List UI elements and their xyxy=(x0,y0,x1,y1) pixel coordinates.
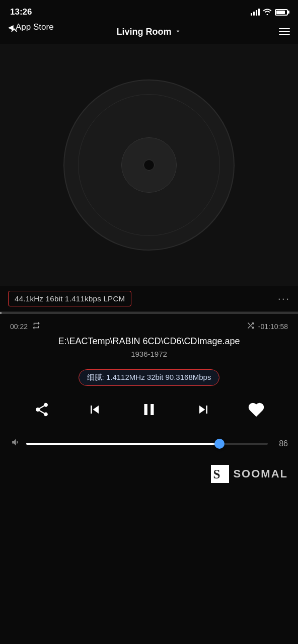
audio-info-badge: 44.1kHz 16bit 1.411kbps LPCM xyxy=(8,291,131,306)
vinyl-hole xyxy=(143,159,155,171)
footer-brand: S SOOMAL xyxy=(0,465,298,483)
remaining-time: -01:10:58 xyxy=(258,323,288,331)
volume-fill xyxy=(26,443,219,445)
playback-controls xyxy=(0,396,298,423)
shuffle-icon[interactable] xyxy=(246,321,255,332)
hires-badge: 细腻: 1.4112MHz 32bit 90.3168Mbps xyxy=(79,369,220,386)
volume-icon xyxy=(10,437,20,450)
vinyl-disc xyxy=(63,79,235,251)
pause-button[interactable] xyxy=(135,396,163,423)
signal-icon xyxy=(251,9,260,16)
favorite-button[interactable] xyxy=(244,397,268,422)
status-icons xyxy=(251,8,288,17)
vinyl-center xyxy=(121,137,177,193)
track-title: E:\EACTemp\RABIN 6CD\CD6\CDImage.ape xyxy=(10,336,288,347)
volume-row: 86 xyxy=(0,437,298,450)
svg-text:S: S xyxy=(213,467,220,481)
more-options-button[interactable]: ··· xyxy=(278,292,290,305)
hires-badge-container: 细腻: 1.4112MHz 32bit 90.3168Mbps xyxy=(0,369,298,386)
brand-name: SOOMAL xyxy=(233,467,288,480)
track-subtitle: 1936-1972 xyxy=(10,350,288,358)
menu-button[interactable] xyxy=(279,28,290,35)
progress-bar[interactable] xyxy=(0,312,298,314)
status-time: 13:26 xyxy=(10,7,32,17)
current-time: 00:22 xyxy=(10,323,28,331)
back-button[interactable]: ◀ App Store xyxy=(8,22,54,32)
battery-icon xyxy=(275,9,288,16)
audio-info-bar: 44.1kHz 16bit 1.411kbps LPCM ··· xyxy=(0,286,298,312)
back-chevron-icon: ◀ xyxy=(8,23,14,31)
track-times: 00:22 -01:10:58 xyxy=(10,321,288,332)
nav-title[interactable]: Living Room xyxy=(117,27,182,37)
next-button[interactable] xyxy=(191,397,215,422)
track-time-left: 00:22 xyxy=(10,321,41,332)
volume-value: 86 xyxy=(274,439,288,448)
title-chevron-icon xyxy=(175,28,182,36)
volume-slider[interactable] xyxy=(26,443,268,445)
track-info: 00:22 -01:10:58 E:\EACTemp\RABIN 6CD\CD6… xyxy=(0,314,298,369)
share-button[interactable] xyxy=(30,397,54,422)
repeat-icon[interactable] xyxy=(32,321,41,332)
previous-button[interactable] xyxy=(83,397,107,422)
progress-fill xyxy=(0,312,2,314)
track-time-right: -01:10:58 xyxy=(246,321,288,332)
brand-logo-icon: S xyxy=(211,465,229,483)
wifi-icon xyxy=(263,8,272,17)
status-bar: 13:26 xyxy=(0,0,298,22)
album-art-area xyxy=(0,44,298,286)
volume-thumb[interactable] xyxy=(214,439,225,449)
